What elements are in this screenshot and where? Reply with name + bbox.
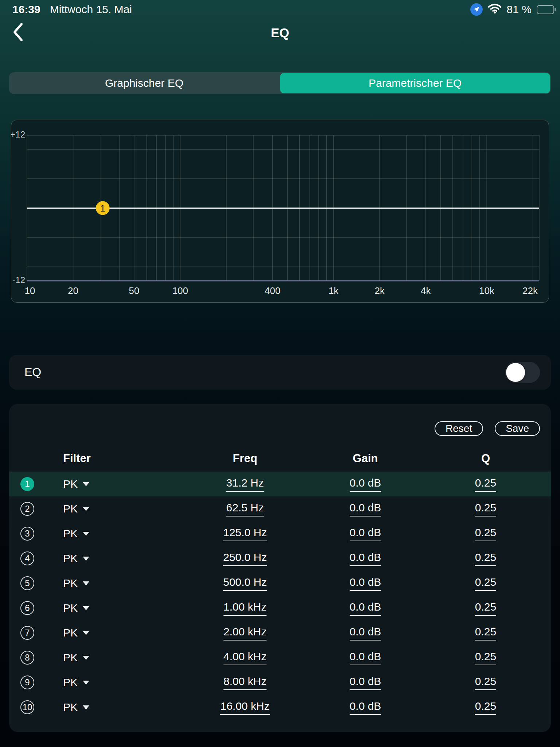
band-6-select[interactable]: 6 xyxy=(20,601,34,615)
location-arrow-icon xyxy=(470,3,483,16)
chevron-down-icon xyxy=(83,631,89,635)
filter-type-dropdown[interactable]: PK xyxy=(46,602,185,614)
battery-icon xyxy=(537,5,556,14)
chevron-down-icon xyxy=(83,557,89,561)
tab-parametric-eq[interactable]: Parametrischer EQ xyxy=(280,73,550,93)
x-tick-label: 4k xyxy=(421,285,431,296)
gain-value[interactable]: 0.0 dB xyxy=(350,502,381,516)
filter-type-dropdown[interactable]: PK xyxy=(46,552,185,565)
tab-graphic-eq[interactable]: Graphischer EQ xyxy=(9,72,279,94)
x-tick-label: 1k xyxy=(328,285,339,296)
filter-row-8: 8PK4.00 kHz0.0 dB0.25 xyxy=(9,645,551,670)
q-value[interactable]: 0.25 xyxy=(475,700,496,715)
filter-type-value: PK xyxy=(63,627,78,639)
q-value[interactable]: 0.25 xyxy=(475,477,496,492)
gain-value[interactable]: 0.0 dB xyxy=(350,700,381,715)
freq-value[interactable]: 62.5 Hz xyxy=(226,502,264,516)
gain-value[interactable]: 0.0 dB xyxy=(350,601,381,616)
eq-enable-toggle[interactable] xyxy=(505,362,540,383)
filter-type-dropdown[interactable]: PK xyxy=(46,701,185,713)
chevron-down-icon xyxy=(83,705,89,709)
filter-type-dropdown[interactable]: PK xyxy=(46,577,185,589)
band-2-select[interactable]: 2 xyxy=(20,502,34,516)
filter-type-dropdown[interactable]: PK xyxy=(46,478,185,490)
filter-type-value: PK xyxy=(63,577,78,589)
chevron-down-icon xyxy=(83,507,89,511)
band-7-select[interactable]: 7 xyxy=(20,626,34,640)
save-button[interactable]: Save xyxy=(495,421,540,436)
band-3-select[interactable]: 3 xyxy=(20,527,34,541)
x-tick-label: 400 xyxy=(265,285,280,296)
band-10-select[interactable]: 10 xyxy=(20,700,34,714)
band-1-select[interactable]: 1 xyxy=(20,477,34,491)
chevron-down-icon xyxy=(83,532,89,536)
battery-percent: 81 % xyxy=(507,3,532,16)
q-value[interactable]: 0.25 xyxy=(475,626,496,640)
q-value[interactable]: 0.25 xyxy=(475,675,496,690)
freq-value[interactable]: 2.00 kHz xyxy=(223,626,267,640)
freq-value[interactable]: 1.00 kHz xyxy=(223,601,267,616)
table-header: Filter Freq Gain Q xyxy=(9,450,551,467)
chevron-down-icon xyxy=(83,606,89,610)
freq-value[interactable]: 250.0 Hz xyxy=(223,551,267,566)
filter-type-dropdown[interactable]: PK xyxy=(46,627,185,639)
col-header-filter: Filter xyxy=(46,452,185,465)
x-tick-label: 2k xyxy=(375,285,385,296)
freq-value[interactable]: 500.0 Hz xyxy=(223,576,267,591)
reset-button[interactable]: Reset xyxy=(435,421,483,436)
freq-value[interactable]: 125.0 Hz xyxy=(223,526,267,541)
q-value[interactable]: 0.25 xyxy=(475,650,496,665)
freq-value[interactable]: 31.2 Hz xyxy=(226,477,264,492)
col-header-q: Q xyxy=(425,452,546,465)
x-tick-label: 20 xyxy=(68,285,78,296)
filter-type-value: PK xyxy=(63,602,78,614)
q-value[interactable]: 0.25 xyxy=(475,601,496,616)
band-4-select[interactable]: 4 xyxy=(20,551,34,565)
gain-value[interactable]: 0.0 dB xyxy=(350,650,381,665)
filter-type-value: PK xyxy=(63,552,78,565)
gain-value[interactable]: 0.0 dB xyxy=(350,675,381,690)
filter-row-1: 1PK31.2 Hz0.0 dB0.25 xyxy=(9,472,551,496)
filter-row-6: 6PK1.00 kHz0.0 dB0.25 xyxy=(9,596,551,620)
gain-value[interactable]: 0.0 dB xyxy=(350,526,381,541)
q-value[interactable]: 0.25 xyxy=(475,502,496,516)
status-bar: 16:39 Mittwoch 15. Mai 81 % xyxy=(0,0,560,19)
filter-type-dropdown[interactable]: PK xyxy=(46,651,185,664)
q-value[interactable]: 0.25 xyxy=(475,576,496,591)
toggle-knob xyxy=(506,363,525,382)
chevron-down-icon xyxy=(83,482,89,486)
freq-value[interactable]: 4.00 kHz xyxy=(223,650,267,665)
q-value[interactable]: 0.25 xyxy=(475,526,496,541)
chevron-down-icon xyxy=(83,581,89,585)
band-8-select[interactable]: 8 xyxy=(20,651,34,665)
eq-mode-segmented-control: Graphischer EQ Parametrischer EQ xyxy=(9,72,551,94)
y-max-label: +12 xyxy=(11,129,25,139)
filter-row-4: 4PK250.0 Hz0.0 dB0.25 xyxy=(9,546,551,571)
page-title: EQ xyxy=(0,26,560,40)
chart-canvas: +12-121020501004001k2k4k10k22k1 xyxy=(11,120,549,302)
col-header-gain: Gain xyxy=(305,452,425,465)
x-tick-label: 10 xyxy=(25,285,35,296)
x-tick-label: 100 xyxy=(172,285,188,296)
filter-panel: Reset Save Filter Freq Gain Q 1PK31.2 Hz… xyxy=(9,404,551,732)
y-min-label: -12 xyxy=(12,275,25,285)
filter-type-value: PK xyxy=(63,676,78,689)
freq-value[interactable]: 8.00 kHz xyxy=(223,675,267,690)
filter-row-5: 5PK500.0 Hz0.0 dB0.25 xyxy=(9,571,551,596)
clock: 16:39 xyxy=(12,3,40,16)
filter-type-dropdown[interactable]: PK xyxy=(46,527,185,540)
band-5-select[interactable]: 5 xyxy=(20,576,34,590)
gain-value[interactable]: 0.0 dB xyxy=(350,626,381,640)
band-9-select[interactable]: 9 xyxy=(20,676,34,689)
gain-value[interactable]: 0.0 dB xyxy=(350,551,381,566)
gain-value[interactable]: 0.0 dB xyxy=(350,576,381,591)
filter-row-7: 7PK2.00 kHz0.0 dB0.25 xyxy=(9,620,551,645)
x-tick-label: 22k xyxy=(522,285,538,296)
x-tick-label: 50 xyxy=(129,285,139,296)
filter-type-dropdown[interactable]: PK xyxy=(46,503,185,515)
gain-value[interactable]: 0.0 dB xyxy=(350,477,381,492)
freq-value[interactable]: 16.00 kHz xyxy=(220,700,269,715)
q-value[interactable]: 0.25 xyxy=(475,551,496,566)
filter-rows: 1PK31.2 Hz0.0 dB0.252PK62.5 Hz0.0 dB0.25… xyxy=(9,472,551,720)
filter-type-dropdown[interactable]: PK xyxy=(46,676,185,689)
